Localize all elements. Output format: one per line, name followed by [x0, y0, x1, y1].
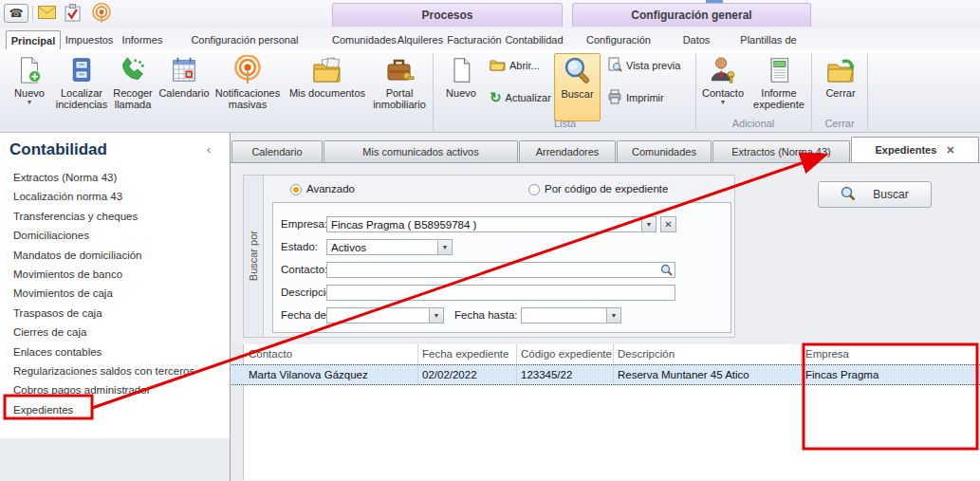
ribbon-tab-contabilidad[interactable]: Contabilidad [505, 30, 564, 49]
sidebar-item-mandatos-de-domiciliacion[interactable]: Mandatos de domiciliación [13, 246, 228, 265]
buscar-por-group-label: Buscar por [244, 176, 264, 337]
refresh-icon: ↻ [490, 89, 502, 106]
empresa-field[interactable]: Fincas Pragma ( B58959784 ) ▼ [326, 216, 656, 232]
descripcion-field[interactable] [326, 285, 675, 301]
sidebar-item-list: Extractos (Norma 43) Localización norma … [13, 168, 228, 419]
contact-person-icon [709, 53, 737, 87]
portal-inmobiliario-button[interactable]: Portal inmobiliario [370, 53, 429, 123]
sidebar-item-movimientos-de-banco[interactable]: Movimientos de banco [13, 265, 228, 284]
tab-mis-comunicados-activos[interactable]: Mis comunicados activos [324, 140, 518, 162]
column-header-empresa[interactable]: Empresa [802, 344, 980, 364]
vista-previa-button[interactable]: Vista previa [607, 57, 680, 74]
sidebar-item-transferencias-y-cheques[interactable]: Transferencias y cheques [13, 207, 228, 226]
radio-avanzado[interactable] [290, 184, 302, 195]
report-icon [766, 53, 792, 87]
dropdown-arrow-icon: ▼ [27, 99, 33, 105]
close-icon[interactable]: ✕ [946, 144, 954, 157]
column-header-fecha-expediente[interactable]: Fecha expediente [418, 344, 517, 364]
sidebar-item-cobros-pagos-administrador[interactable]: Cobros pagos administrador [13, 380, 228, 399]
preview-page-icon [607, 57, 622, 74]
ribbon-tab-comunidades[interactable]: Comunidades [332, 30, 395, 49]
buscar-ribbon-button[interactable]: Buscar [554, 53, 601, 121]
column-header-contacto[interactable]: Contacto [245, 344, 418, 364]
fecha-desde-field[interactable]: ▼ [326, 307, 444, 324]
open-folder-icon [490, 58, 506, 73]
chevron-down-icon[interactable]: ▼ [606, 308, 620, 323]
cell-descripcion: Reserva Muntaner 45 Atico [614, 365, 802, 384]
tasks-check-icon[interactable] [65, 4, 81, 22]
ribbon-tab-row: Principal Impuestos Informes Configuraci… [0, 28, 980, 49]
table-row[interactable]: Marta Vilanova Gázquez 02/02/2022 123345… [231, 364, 980, 385]
chevron-down-icon[interactable]: ▼ [437, 240, 452, 254]
contacto-field[interactable] [326, 262, 675, 278]
mail-icon[interactable] [38, 6, 56, 19]
radio-por-codigo[interactable] [528, 184, 540, 195]
radio-por-codigo-label[interactable]: Por código de expediente [545, 183, 668, 194]
actualizar-button[interactable]: ↻ Actualizar [490, 89, 551, 106]
file-cabinet-icon [68, 53, 95, 87]
briefcase-key-icon [384, 53, 415, 87]
search-panel: Buscar por Avanzado Por código de expedi… [243, 175, 735, 338]
table-header: Contacto Fecha expediente Código expedie… [244, 344, 980, 364]
sidebar-footer-area [0, 438, 230, 481]
ribbon-tab-plantillas-de-texto[interactable]: Plantillas de texto [729, 30, 808, 49]
blank-page-icon [448, 53, 474, 87]
contacto-button[interactable]: Contacto ▼ [699, 53, 747, 123]
tab-arrendadores[interactable]: Arrendadores [519, 140, 616, 162]
app-phone-icon[interactable]: ☎ [4, 4, 28, 23]
sidebar-item-domiciliaciones[interactable]: Domiciliaciones [13, 226, 228, 245]
ribbon-tab-informes[interactable]: Informes [118, 30, 167, 49]
tab-calendario[interactable]: Calendario [231, 140, 323, 162]
tab-comunidades[interactable]: Comunidades [617, 140, 712, 162]
buscar-button[interactable]: Buscar [818, 181, 932, 208]
tab-expedientes[interactable]: Expedientes ✕ [851, 137, 979, 162]
estado-field[interactable]: Activos ▼ [326, 239, 453, 255]
search-icon[interactable] [660, 264, 673, 278]
localizar-incidencias-button[interactable]: Localizar incidencias [55, 53, 108, 123]
sidebar-item-cierres-de-caja[interactable]: Cierres de caja [13, 323, 228, 342]
fecha-hasta-field[interactable]: ▼ [521, 307, 621, 324]
sidebar-item-regularizaciones[interactable]: Regularizaciones saldos con terceros [13, 361, 228, 380]
ribbon-tab-impuestos[interactable]: Impuestos [63, 30, 116, 49]
sidebar-collapse-icon[interactable]: ‹ [207, 143, 211, 157]
ribbon-category-configuracion-general: Configuración general [572, 3, 811, 27]
title-bar: ☎ Procesos Configuración general [0, 0, 980, 28]
recoger-llamada-button[interactable]: Recoger llamada [110, 53, 156, 123]
ribbon-tab-configuracion-personal[interactable]: Configuración personal [169, 30, 321, 49]
calendario-button[interactable]: Calendario [157, 53, 211, 123]
nuevo-menu-button[interactable]: Nuevo ▼ [6, 53, 53, 123]
radio-avanzado-label[interactable]: Avanzado [306, 183, 355, 194]
notificaciones-masivas-button[interactable]: Notificaciones masivas [211, 53, 285, 123]
app-window: ☎ Procesos Configuración general Princip… [0, 0, 980, 481]
estado-label: Estado: [281, 239, 318, 255]
close-folder-arrow-icon [825, 53, 856, 87]
cell-contacto: Marta Vilanova Gázquez [245, 365, 418, 384]
column-header-codigo-expediente[interactable]: Código expediente [517, 344, 614, 364]
mis-documentos-button[interactable]: Mis documentos [287, 53, 368, 123]
cerrar-button[interactable]: Cerrar [816, 53, 865, 123]
empresa-clear-icon[interactable]: ✕ [660, 216, 676, 232]
group-separator [867, 53, 868, 131]
chevron-down-icon[interactable]: ▼ [641, 217, 656, 231]
chevron-down-icon[interactable]: ▼ [429, 308, 443, 323]
column-header-descripcion[interactable]: Descripción [614, 344, 802, 364]
sidebar-item-traspasos-de-caja[interactable]: Traspasos de caja [13, 304, 228, 323]
imprimir-button[interactable]: Imprimir [607, 89, 664, 106]
sidebar-item-expedientes[interactable]: Expedientes [13, 400, 228, 419]
informe-expediente-button[interactable]: Informe expediente [749, 53, 809, 123]
magnifier-icon [563, 54, 593, 88]
sidebar-item-movimientos-de-caja[interactable]: Movimientos de caja [13, 284, 228, 303]
tab-extractos-norma-43[interactable]: Extractos (Norma 43) [712, 140, 850, 162]
ribbon-tab-alquileres[interactable]: Alquileres [397, 30, 444, 49]
ribbon-tab-configuracion-general[interactable]: Configuración general [573, 30, 664, 49]
main-content: Calendario Mis comunicados activos Arren… [231, 133, 980, 481]
ribbon-tab-principal[interactable]: Principal [6, 30, 61, 49]
sidebar-item-enlaces-contables[interactable]: Enlaces contables [13, 342, 228, 361]
abrir-button[interactable]: Abrir... [490, 57, 540, 74]
sidebar-item-localizacion-norma-43[interactable]: Localización norma 43 [13, 187, 228, 206]
broadcast-icon[interactable] [91, 3, 112, 24]
ribbon-tab-datos-basicos[interactable]: Datos básicos [666, 30, 727, 49]
sidebar-item-extractos-norma-43[interactable]: Extractos (Norma 43) [13, 168, 228, 187]
nuevo-button[interactable]: Nuevo [438, 53, 484, 123]
ribbon-tab-facturacion[interactable]: Facturación [446, 30, 503, 49]
